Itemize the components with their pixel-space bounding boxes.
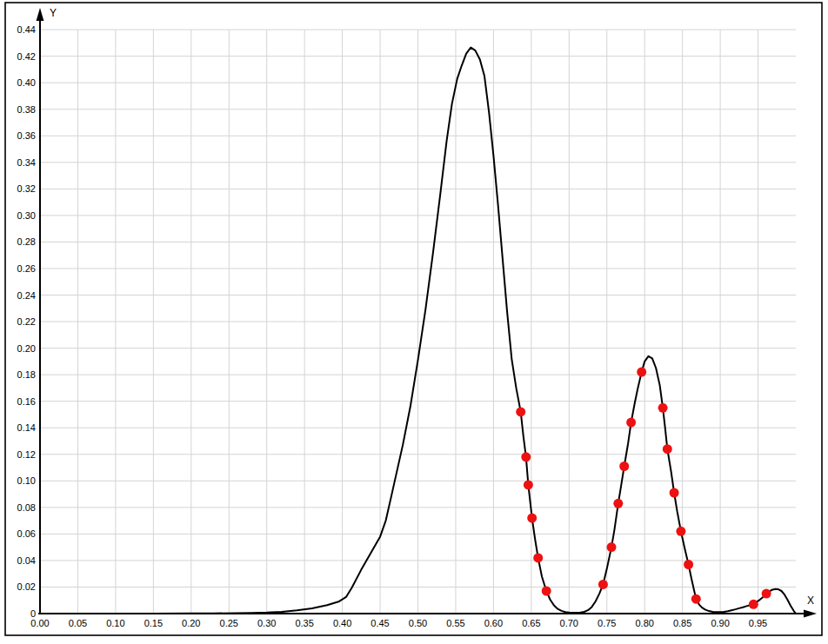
y-tick-label: 0.26 — [17, 263, 36, 274]
data-point — [521, 452, 531, 461]
y-tick-label: 0.08 — [17, 502, 36, 513]
data-point — [658, 403, 668, 413]
data-point — [637, 368, 646, 377]
y-tick-label: 0.32 — [17, 183, 36, 194]
x-tick-label: 0.25 — [220, 618, 238, 628]
data-point — [598, 580, 608, 589]
data-point — [542, 587, 551, 596]
x-tick-label: 0.65 — [522, 618, 540, 628]
y-tick-label: 0.04 — [17, 555, 36, 566]
data-point — [516, 407, 525, 416]
x-tick-label: 0.30 — [257, 618, 276, 628]
x-tick-label: 0.95 — [749, 618, 767, 628]
data-point — [524, 480, 533, 489]
x-tick-label: 0.45 — [371, 618, 389, 628]
x-tick-label: 0.40 — [333, 618, 351, 628]
data-point — [527, 514, 537, 523]
data-point — [684, 560, 693, 569]
x-tick-label: 0.70 — [560, 618, 578, 628]
x-axis-label: X — [807, 594, 814, 607]
data-point — [762, 589, 771, 599]
y-tick-label: 0.02 — [17, 581, 36, 592]
y-tick-label: 0.14 — [17, 422, 36, 433]
x-tick-label: 0.20 — [182, 618, 200, 628]
x-tick-label: 0.35 — [295, 618, 313, 628]
y-tick-label: 0.36 — [17, 130, 36, 141]
y-tick-label: 0.10 — [17, 475, 36, 486]
x-tick-label: 0.55 — [446, 618, 464, 628]
x-tick-label: 0.00 — [30, 618, 49, 628]
y-tick-label: 0.28 — [17, 236, 36, 247]
data-point — [670, 488, 679, 498]
y-tick-label: 0.12 — [17, 449, 36, 460]
y-tick-label: 0.24 — [17, 290, 36, 301]
data-point — [619, 461, 629, 471]
y-tick-label: 0.38 — [17, 104, 36, 115]
y-tick-label: 0.20 — [17, 343, 36, 354]
y-tick-label: 0.40 — [17, 77, 36, 88]
x-tick-label: 0.85 — [673, 618, 691, 628]
chart-svg: 0.000.050.100.150.200.250.300.350.400.45… — [0, 0, 828, 644]
data-point — [533, 553, 543, 562]
x-tick-label: 0.50 — [409, 618, 427, 628]
y-tick-label: 0.42 — [17, 51, 36, 62]
x-tick-label: 0.05 — [69, 618, 87, 628]
data-point — [676, 527, 685, 536]
x-tick-label: 0.15 — [144, 618, 163, 628]
x-tick-label: 0.80 — [635, 618, 653, 628]
data-point — [691, 594, 701, 604]
y-tick-label: 0.16 — [17, 396, 36, 407]
gridlines — [40, 30, 796, 614]
data-point — [626, 418, 636, 428]
x-tick-label: 0.60 — [484, 618, 503, 628]
y-tick-label: 0.06 — [17, 528, 36, 539]
data-point — [607, 542, 617, 552]
chart-figure: 0.000.050.100.150.200.250.300.350.400.45… — [0, 0, 828, 644]
x-tick-label: 0.10 — [106, 618, 124, 628]
x-tick-label: 0.75 — [598, 618, 616, 628]
y-tick-label: 0.34 — [17, 157, 36, 168]
y-tick-label: 0.18 — [17, 369, 36, 380]
y-tick-label: 0.44 — [17, 24, 36, 35]
data-point — [613, 499, 623, 508]
data-point — [663, 444, 672, 454]
x-tick-label: 0.90 — [711, 618, 729, 628]
y-tick-label: 0.30 — [17, 210, 36, 221]
y-tick-label: 0.22 — [17, 316, 36, 327]
data-point — [749, 600, 758, 609]
y-axis-label: Y — [50, 7, 57, 19]
y-tick-label: 0 — [30, 608, 36, 619]
